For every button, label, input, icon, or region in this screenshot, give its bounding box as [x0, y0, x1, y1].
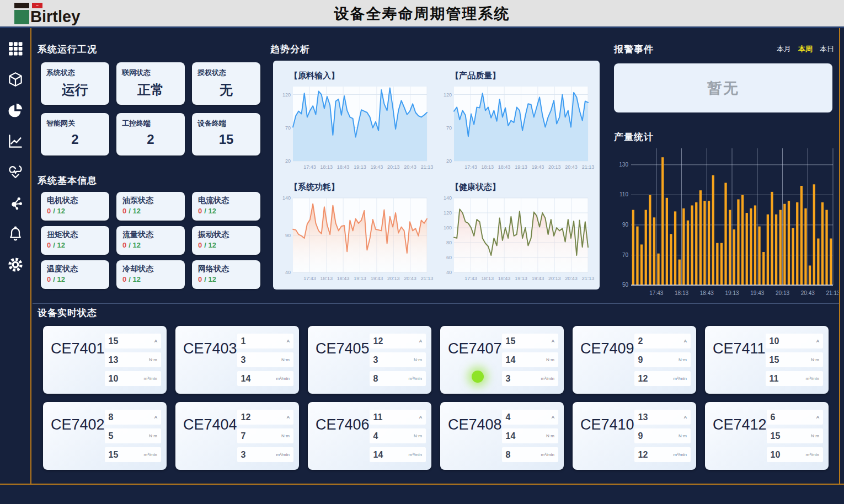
- svg-text:100: 100: [444, 225, 452, 230]
- info-card-5: 振动状态0/ 12: [192, 226, 260, 255]
- metric-value: 9: [638, 355, 643, 365]
- device-card-CE7407[interactable]: CE740715A14N·m3m³/min: [440, 326, 564, 394]
- metric-value: 8: [373, 374, 378, 384]
- svg-text:140: 140: [282, 195, 291, 201]
- alarm-count: 0: [122, 275, 126, 283]
- bell-icon[interactable]: [7, 226, 24, 242]
- device-metric-row: 12m³/min: [634, 371, 691, 386]
- device-card-CE7408[interactable]: CE74084A14N·m8m³/min: [440, 402, 564, 470]
- metric-unit: A: [816, 339, 819, 344]
- alarm-empty-card: 暂无: [614, 63, 832, 112]
- svg-text:20:13: 20:13: [548, 164, 561, 170]
- device-metrics: 1A3N·m14m³/min: [237, 334, 293, 386]
- metric-unit: m³/min: [144, 376, 157, 381]
- chart-plot-product-quality: 207012017:4318:1318:4319:1319:4320:1320:…: [437, 82, 597, 175]
- alarm-tab-1[interactable]: 本周: [798, 44, 813, 54]
- svg-text:18:13: 18:13: [320, 164, 333, 170]
- trend-analysis-panel: 【原料输入】207012017:4318:1318:4319:1319:4320…: [273, 61, 600, 289]
- svg-text:40: 40: [446, 270, 452, 275]
- metric-value: 15: [109, 336, 119, 346]
- health-pulse-icon[interactable]: [7, 164, 24, 180]
- device-metric-row: 2A: [634, 334, 691, 348]
- alarm-empty-text: 暂无: [707, 78, 739, 98]
- svg-text:17:43: 17:43: [649, 290, 663, 296]
- device-card-CE7405[interactable]: CE740512A3N·m8m³/min: [308, 326, 431, 394]
- device-card-CE7401[interactable]: CE740115A13N·m10m³/min: [43, 326, 167, 394]
- status-card-0: 系统状态运行: [41, 62, 109, 105]
- status-card-value: 无: [197, 81, 255, 99]
- metric-value: 10: [770, 336, 779, 346]
- svg-text:20:43: 20:43: [565, 164, 578, 170]
- svg-text:20:43: 20:43: [404, 276, 416, 281]
- device-metric-row: 9N·m: [634, 352, 691, 367]
- device-card-CE7411[interactable]: CE741110A15N·m11m³/min: [705, 326, 829, 394]
- metric-value: 11: [373, 412, 383, 422]
- device-card-CE7406[interactable]: CE740611A4N·m14m³/min: [308, 402, 431, 470]
- alarm-tab-0[interactable]: 本月: [777, 44, 791, 54]
- device-card-CE7403[interactable]: CE74031A3N·m14m³/min: [175, 326, 299, 394]
- cube-3d-icon[interactable]: [7, 71, 24, 88]
- molecule-network-icon[interactable]: [7, 195, 24, 211]
- device-card-CE7410[interactable]: CE741013A9N·m12m³/min: [573, 402, 696, 470]
- info-card-label: 电机状态: [47, 196, 103, 206]
- total-count: / 12: [129, 241, 141, 249]
- chart-plot-power-consumption: 409014017:4318:1318:4319:1319:4320:1320:…: [276, 194, 436, 286]
- alarm-tab-2[interactable]: 本日: [820, 44, 834, 54]
- device-metrics: 11A4N·m14m³/min: [370, 410, 426, 462]
- device-metrics: 12A3N·m8m³/min: [370, 334, 426, 386]
- metric-value: 2: [638, 336, 643, 346]
- metric-unit: N·m: [679, 433, 687, 438]
- svg-text:18:13: 18:13: [482, 164, 494, 170]
- line-chart-icon[interactable]: [7, 133, 24, 149]
- metric-unit: m³/min: [144, 452, 157, 457]
- settings-gear-icon[interactable]: [7, 256, 24, 273]
- metric-value: 8: [506, 450, 511, 460]
- status-card-label: 系统状态: [46, 68, 104, 78]
- chart-plot-health-status: 40608010012014017:4318:1318:4319:1319:43…: [437, 194, 597, 286]
- total-count: / 12: [53, 207, 65, 215]
- apps-grid-icon[interactable]: [7, 40, 24, 57]
- device-metric-row: 8A: [105, 410, 161, 425]
- svg-text:21:13: 21:13: [582, 164, 595, 170]
- trend-chart-product-quality: 【产品质量】207012017:4318:1318:4319:1319:4320…: [436, 64, 597, 175]
- svg-text:17:43: 17:43: [464, 276, 477, 281]
- svg-text:20:13: 20:13: [776, 290, 789, 296]
- info-card-0: 电机状态0/ 12: [41, 192, 109, 221]
- info-card-counts: 0/ 12: [198, 241, 254, 249]
- svg-text:120: 120: [444, 92, 452, 98]
- svg-text:70: 70: [622, 252, 629, 258]
- metric-value: 10: [771, 450, 781, 460]
- metric-unit: m³/min: [541, 452, 554, 457]
- metric-unit: N·m: [811, 433, 819, 438]
- svg-text:70: 70: [285, 125, 291, 131]
- device-card-CE7412[interactable]: CE74126A15N·m10m³/min: [705, 402, 829, 470]
- info-card-counts: 0/ 12: [198, 207, 254, 215]
- device-metrics: 2A9N·m12m³/min: [634, 334, 691, 386]
- device-metric-row: 13N·m: [105, 352, 161, 367]
- info-card-6: 温度状态0/ 12: [41, 260, 109, 289]
- svg-text:19:43: 19:43: [371, 164, 383, 170]
- status-card-label: 设备终端: [197, 119, 255, 128]
- device-card-CE7402[interactable]: CE74028A5N·m15m³/min: [43, 402, 167, 470]
- status-card-2: 授权状态无: [192, 62, 260, 105]
- alarm-count: 0: [198, 241, 202, 249]
- metric-unit: N·m: [414, 357, 422, 362]
- info-card-label: 冷却状态: [122, 264, 179, 274]
- device-card-CE7409[interactable]: CE74092A9N·m12m³/min: [573, 326, 696, 394]
- status-card-label: 工控终端: [122, 119, 179, 128]
- system-running-cards: 系统状态运行联网状态正常授权状态无智能网关2工控终端2设备终端15: [41, 62, 260, 156]
- device-metric-row: 3N·m: [370, 352, 426, 367]
- device-card-CE7404[interactable]: CE740412A7N·m3m³/min: [175, 402, 299, 470]
- pie-chart-icon[interactable]: [7, 102, 24, 119]
- device-metric-row: 6A: [767, 410, 823, 425]
- svg-text:60: 60: [446, 255, 452, 260]
- svg-text:70: 70: [446, 125, 452, 131]
- metric-unit: m³/min: [276, 452, 290, 457]
- device-metric-row: 4N·m: [370, 428, 426, 443]
- device-name: CE7401: [51, 340, 105, 357]
- metric-value: 3: [241, 450, 246, 460]
- chart-title-raw-input: 【原料输入】: [290, 71, 436, 81]
- device-name: CE7408: [448, 416, 502, 433]
- info-card-label: 电流状态: [198, 196, 254, 206]
- total-count: / 12: [53, 275, 65, 283]
